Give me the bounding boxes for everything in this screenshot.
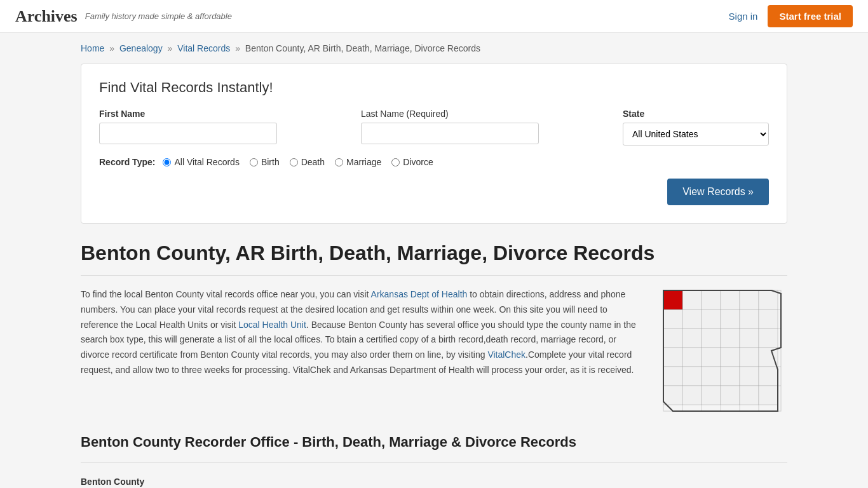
svg-rect-28 [759, 329, 778, 348]
search-title: Find Vital Records Instantly! [99, 79, 769, 96]
county-info: Benton County 102 NE A St Bentonville, A… [81, 474, 787, 488]
title-divider [81, 275, 787, 276]
record-type-row: Record Type: All Vital Records Birth Dea… [99, 157, 769, 167]
radio-death-input[interactable] [290, 158, 298, 166]
radio-birth: Birth [250, 157, 280, 167]
section2-divider [81, 462, 787, 463]
first-name-input[interactable] [99, 123, 277, 144]
last-name-label: Last Name (Required) [361, 109, 613, 119]
svg-rect-25 [702, 329, 721, 348]
svg-rect-21 [740, 309, 759, 329]
svg-rect-17 [663, 309, 682, 329]
svg-rect-38 [721, 367, 740, 386]
breadcrumb-sep-3: » [235, 43, 240, 53]
header-right: Sign in Start free trial [729, 5, 853, 27]
radio-birth-label[interactable]: Birth [261, 157, 280, 167]
svg-rect-24 [682, 329, 702, 348]
breadcrumb-genealogy[interactable]: Genealogy [119, 43, 163, 53]
svg-rect-18 [682, 309, 702, 329]
radio-marriage-input[interactable] [335, 158, 343, 166]
radio-divorce-label[interactable]: Divorce [403, 157, 433, 167]
radio-divorce: Divorce [391, 157, 433, 167]
radio-birth-input[interactable] [250, 158, 258, 166]
breadcrumb: Home » Genealogy » Vital Records » Bento… [81, 43, 787, 53]
content-text: To find the local Benton County vital re… [81, 287, 645, 416]
last-name-group: Last Name (Required) [361, 109, 613, 144]
svg-rect-13 [702, 290, 721, 309]
radio-divorce-input[interactable] [391, 158, 400, 166]
svg-rect-43 [702, 386, 721, 405]
svg-rect-37 [702, 367, 721, 386]
arkansas-map [660, 287, 787, 414]
svg-rect-36 [682, 367, 702, 386]
svg-rect-27 [740, 329, 759, 348]
svg-rect-22 [759, 309, 778, 329]
svg-rect-39 [740, 367, 759, 386]
svg-rect-26 [721, 329, 740, 348]
radio-all-vital-label[interactable]: All Vital Records [174, 157, 239, 167]
svg-rect-44 [721, 386, 740, 405]
radio-death-label[interactable]: Death [301, 157, 325, 167]
breadcrumb-current: Benton County, AR Birth, Death, Marriage… [245, 43, 480, 53]
page-title: Benton County, AR Birth, Death, Marriage… [81, 241, 787, 265]
svg-rect-20 [721, 309, 740, 329]
svg-rect-19 [702, 309, 721, 329]
svg-rect-31 [702, 348, 721, 367]
breadcrumb-sep-2: » [168, 43, 173, 53]
svg-rect-32 [721, 348, 740, 367]
state-label: State [623, 109, 769, 119]
arkansas-health-link[interactable]: Arkansas Dept of Health [371, 289, 468, 299]
logo: Archives [15, 7, 78, 26]
svg-rect-42 [682, 386, 702, 405]
state-select[interactable]: All United States Alabama Alaska Arizona… [623, 123, 769, 146]
header-left: Archives Family history made simple & af… [15, 7, 232, 26]
radio-marriage: Marriage [335, 157, 381, 167]
first-name-label: First Name [99, 109, 351, 119]
record-type-label: Record Type: [99, 157, 155, 167]
svg-rect-46 [759, 386, 778, 405]
section2-title: Benton County Recorder Office - Birth, D… [81, 434, 787, 451]
svg-rect-15 [740, 290, 759, 309]
radio-all-vital-input[interactable] [163, 158, 171, 166]
svg-rect-41 [663, 386, 682, 405]
svg-rect-30 [682, 348, 702, 367]
last-name-input[interactable] [361, 123, 539, 144]
svg-rect-40 [759, 367, 778, 386]
svg-rect-45 [740, 386, 759, 405]
signin-link[interactable]: Sign in [729, 11, 758, 22]
main-content: Home » Genealogy » Vital Records » Bento… [65, 33, 803, 488]
svg-rect-12 [682, 290, 702, 309]
content-area: To find the local Benton County vital re… [81, 287, 787, 416]
svg-rect-47 [663, 290, 682, 309]
radio-death: Death [290, 157, 325, 167]
breadcrumb-sep-1: » [109, 43, 114, 53]
view-records-button[interactable]: View Records » [667, 179, 769, 205]
svg-rect-14 [721, 290, 740, 309]
radio-marriage-label[interactable]: Marriage [346, 157, 381, 167]
state-group: State All United States Alabama Alaska A… [623, 109, 769, 146]
breadcrumb-vital-records[interactable]: Vital Records [177, 43, 230, 53]
view-records-btn-row: View Records » [99, 179, 769, 205]
svg-rect-33 [740, 348, 759, 367]
breadcrumb-home[interactable]: Home [81, 43, 104, 53]
search-fields: First Name Last Name (Required) State Al… [99, 109, 769, 146]
svg-rect-16 [759, 290, 778, 309]
county-name: Benton County [81, 477, 144, 487]
svg-rect-34 [759, 348, 778, 367]
logo-tagline: Family history made simple & affordable [85, 11, 232, 21]
radio-all-vital: All Vital Records [163, 157, 239, 167]
first-name-group: First Name [99, 109, 351, 144]
svg-rect-29 [663, 348, 682, 367]
local-health-unit-link[interactable]: Local Health Unit [238, 320, 306, 330]
svg-rect-35 [663, 367, 682, 386]
content-paragraph: To find the local Benton County vital re… [81, 287, 645, 378]
start-trial-button[interactable]: Start free trial [768, 5, 853, 27]
section2: Benton County Recorder Office - Birth, D… [81, 434, 787, 488]
map-container [660, 287, 787, 416]
svg-rect-23 [663, 329, 682, 348]
search-box: Find Vital Records Instantly! First Name… [81, 64, 787, 224]
vitalchek-link[interactable]: VitalChek [487, 349, 526, 360]
